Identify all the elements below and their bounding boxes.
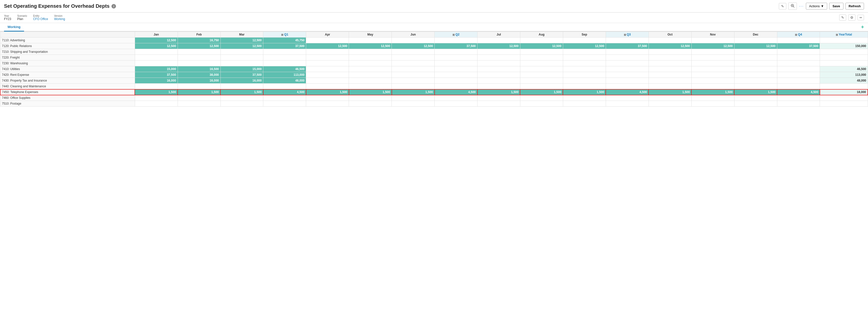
cell-r11-c13[interactable] xyxy=(691,101,734,107)
cell-r11-c9[interactable] xyxy=(520,101,563,107)
refresh-button[interactable]: Refresh xyxy=(845,3,864,9)
cell-r1-c12[interactable]: 12,500 xyxy=(649,43,691,49)
cell-r4-c13[interactable] xyxy=(691,61,734,66)
cell-r4-c6[interactable] xyxy=(392,61,435,66)
entity-value[interactable]: CFO Office xyxy=(33,17,48,21)
cell-r9-c2[interactable]: 1,500 xyxy=(220,89,263,95)
yeartotal-collapse-icon[interactable]: ▣ xyxy=(836,33,838,36)
cell-r11-c15[interactable] xyxy=(777,101,820,107)
cell-r1-c4[interactable]: 12,500 xyxy=(306,43,349,49)
cell-r10-c2[interactable] xyxy=(220,95,263,101)
cell-r7-c3[interactable]: 48,000 xyxy=(263,78,306,83)
cell-r5-c1[interactable]: 16,500 xyxy=(178,66,220,72)
cell-r3-c14[interactable] xyxy=(734,55,777,61)
cell-r6-c4[interactable] xyxy=(306,72,349,78)
cell-r3-c2[interactable] xyxy=(220,55,263,61)
cell-r6-c8[interactable] xyxy=(477,72,520,78)
cell-r2-c9[interactable] xyxy=(520,49,563,55)
cell-r0-c12[interactable] xyxy=(649,38,691,43)
cell-r3-c1[interactable] xyxy=(178,55,220,61)
cell-r2-c2[interactable] xyxy=(220,49,263,55)
cell-r9-c3[interactable]: 4,500 xyxy=(263,89,306,95)
cell-r10-c10[interactable] xyxy=(563,95,606,101)
cell-r2-c5[interactable] xyxy=(349,49,392,55)
cell-r6-c14[interactable] xyxy=(734,72,777,78)
cell-r0-c0[interactable]: 12,500 xyxy=(135,38,178,43)
cell-r4-c4[interactable] xyxy=(306,61,349,66)
cell-r2-c15[interactable] xyxy=(777,49,820,55)
cell-r3-c11[interactable] xyxy=(606,55,649,61)
cell-r6-c13[interactable] xyxy=(691,72,734,78)
cell-r0-c6[interactable] xyxy=(392,38,435,43)
cell-r3-c9[interactable] xyxy=(520,55,563,61)
cell-r1-c13[interactable]: 12,500 xyxy=(691,43,734,49)
cell-r6-c2[interactable]: 37,500 xyxy=(220,72,263,78)
cell-r1-c8[interactable]: 12,500 xyxy=(477,43,520,49)
cell-r5-c10[interactable] xyxy=(563,66,606,72)
cell-r7-c16[interactable]: 48,000 xyxy=(820,78,868,83)
cell-r10-c1[interactable] xyxy=(178,95,220,101)
cell-r4-c0[interactable] xyxy=(135,61,178,66)
cell-r8-c2[interactable] xyxy=(220,83,263,89)
cell-r8-c6[interactable] xyxy=(392,83,435,89)
tab-working[interactable]: Working xyxy=(4,23,24,32)
cell-r9-c0[interactable]: 1,500 xyxy=(135,89,178,95)
cell-r9-c1[interactable]: 1,500 xyxy=(178,89,220,95)
cell-r0-c7[interactable] xyxy=(435,38,477,43)
cell-r5-c6[interactable] xyxy=(392,66,435,72)
cell-r1-c5[interactable]: 12,500 xyxy=(349,43,392,49)
cell-r11-c3[interactable] xyxy=(263,101,306,107)
cell-r10-c15[interactable] xyxy=(777,95,820,101)
zoom-icon-button[interactable] xyxy=(788,2,797,10)
cell-r0-c3[interactable]: 45,750 xyxy=(263,38,306,43)
cell-r7-c6[interactable] xyxy=(392,78,435,83)
cell-r1-c16[interactable]: 150,000 xyxy=(820,43,868,49)
cell-r5-c5[interactable] xyxy=(349,66,392,72)
cell-r5-c14[interactable] xyxy=(734,66,777,72)
cell-r5-c0[interactable]: 15,000 xyxy=(135,66,178,72)
cell-r1-c7[interactable]: 37,500 xyxy=(435,43,477,49)
cell-r10-c11[interactable] xyxy=(606,95,649,101)
cell-r8-c15[interactable] xyxy=(777,83,820,89)
cell-r10-c0[interactable] xyxy=(135,95,178,101)
cell-r5-c15[interactable] xyxy=(777,66,820,72)
cell-r7-c10[interactable] xyxy=(563,78,606,83)
cell-r4-c9[interactable] xyxy=(520,61,563,66)
cell-r8-c4[interactable] xyxy=(306,83,349,89)
q3-collapse-icon[interactable]: ▣ xyxy=(624,33,626,36)
cell-r8-c7[interactable] xyxy=(435,83,477,89)
cell-r6-c9[interactable] xyxy=(520,72,563,78)
cell-r3-c7[interactable] xyxy=(435,55,477,61)
cell-r11-c4[interactable] xyxy=(306,101,349,107)
cell-r6-c7[interactable] xyxy=(435,72,477,78)
cell-r0-c15[interactable] xyxy=(777,38,820,43)
cell-r7-c15[interactable] xyxy=(777,78,820,83)
cell-r6-c12[interactable] xyxy=(649,72,691,78)
cell-r5-c7[interactable] xyxy=(435,66,477,72)
cell-r4-c8[interactable] xyxy=(477,61,520,66)
cell-r4-c10[interactable] xyxy=(563,61,606,66)
cell-r4-c14[interactable] xyxy=(734,61,777,66)
cell-r2-c13[interactable] xyxy=(691,49,734,55)
cell-r8-c1[interactable] xyxy=(178,83,220,89)
edit-icon-button[interactable]: ✎ xyxy=(779,3,786,9)
cell-r4-c16[interactable] xyxy=(820,61,868,66)
cell-r9-c9[interactable]: 1,500 xyxy=(520,89,563,95)
cell-r2-c11[interactable] xyxy=(606,49,649,55)
cell-r6-c16[interactable]: 113,000 xyxy=(820,72,868,78)
cell-r9-c10[interactable]: 1,500 xyxy=(563,89,606,95)
cell-r9-c15[interactable]: 4,500 xyxy=(777,89,820,95)
q4-collapse-icon[interactable]: ▣ xyxy=(795,33,797,36)
cell-r6-c6[interactable] xyxy=(392,72,435,78)
cell-r5-c4[interactable] xyxy=(306,66,349,72)
cell-r2-c0[interactable] xyxy=(135,49,178,55)
cell-r10-c7[interactable] xyxy=(435,95,477,101)
cell-r6-c5[interactable] xyxy=(349,72,392,78)
cell-r5-c13[interactable] xyxy=(691,66,734,72)
cell-r9-c11[interactable]: 4,500 xyxy=(606,89,649,95)
meta-edit-button[interactable]: ✎ xyxy=(839,14,846,21)
cell-r0-c2[interactable]: 12,500 xyxy=(220,38,263,43)
cell-r7-c4[interactable] xyxy=(306,78,349,83)
cell-r9-c8[interactable]: 1,500 xyxy=(477,89,520,95)
cell-r8-c0[interactable] xyxy=(135,83,178,89)
